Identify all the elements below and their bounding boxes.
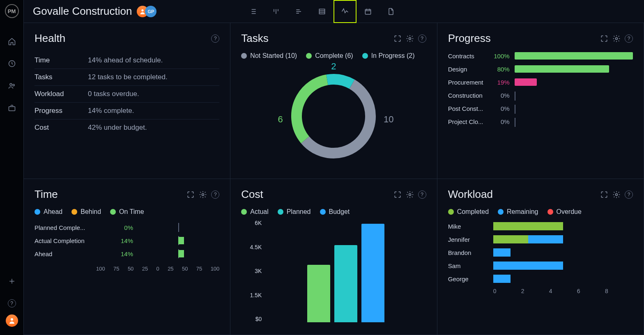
nav-add-icon[interactable] xyxy=(0,270,24,292)
view-gantt-icon[interactable] xyxy=(288,0,310,23)
time-label: Ahead xyxy=(34,250,113,257)
expand-icon[interactable] xyxy=(600,34,608,43)
panel-title: Time xyxy=(34,188,58,201)
cost-bar xyxy=(307,265,330,322)
axis-tick: 4 xyxy=(549,288,577,294)
member-avatar[interactable]: GP xyxy=(145,6,156,17)
legend-item: Overdue xyxy=(547,208,582,216)
progress-percent: 0% xyxy=(489,105,510,112)
time-percent: 14% xyxy=(113,250,133,257)
workload-bar xyxy=(493,222,633,230)
svg-point-15 xyxy=(616,193,618,195)
legend-label: Ahead xyxy=(44,208,62,216)
axis-tick: 4.5K xyxy=(250,244,262,250)
gear-icon[interactable] xyxy=(199,190,207,199)
view-switcher xyxy=(242,0,402,23)
progress-percent: 80% xyxy=(489,66,510,73)
legend-label: Complete (6) xyxy=(315,52,353,60)
time-bar xyxy=(137,250,219,257)
panel-title: Workload xyxy=(448,188,493,201)
help-icon[interactable]: ? xyxy=(625,34,633,43)
time-row: Actual Completion 14% xyxy=(34,237,219,244)
axis-tick: 6 xyxy=(577,288,605,294)
axis-tick: 75 xyxy=(196,266,202,272)
expand-icon[interactable] xyxy=(186,190,195,199)
progress-bar xyxy=(515,92,633,99)
health-row: Workload 0 tasks overdue. xyxy=(34,86,219,103)
gear-icon[interactable] xyxy=(406,190,414,199)
view-board-icon[interactable] xyxy=(264,0,288,23)
nav-help-icon[interactable]: ? xyxy=(0,292,24,314)
legend-label: Budget xyxy=(329,208,350,216)
svg-point-13 xyxy=(202,193,204,195)
workload-segment xyxy=(493,222,563,230)
help-icon[interactable]: ? xyxy=(418,190,426,199)
workload-segment xyxy=(493,248,511,257)
view-calendar-icon[interactable] xyxy=(356,0,380,23)
panel-cost: Cost ? Actual Planned Budget 6K xyxy=(230,179,437,335)
legend-dot xyxy=(71,209,77,215)
nav-team-icon[interactable] xyxy=(0,75,24,97)
expand-icon[interactable] xyxy=(393,190,402,199)
expand-icon[interactable] xyxy=(600,190,608,199)
progress-percent: 0% xyxy=(489,92,510,99)
gear-icon[interactable] xyxy=(406,34,414,43)
expand-icon[interactable] xyxy=(393,34,402,43)
app-logo[interactable]: PM xyxy=(5,4,19,18)
health-value: 14% complete. xyxy=(88,107,134,115)
progress-bar xyxy=(515,105,633,112)
top-bar: Govalle Construction GP xyxy=(24,0,644,23)
svg-point-12 xyxy=(616,37,618,39)
legend-item: Ahead xyxy=(34,208,62,216)
workload-label: Mike xyxy=(448,223,493,230)
view-files-icon[interactable] xyxy=(380,0,402,23)
health-value: 14% ahead of schedule. xyxy=(88,56,163,64)
axis-tick: 2 xyxy=(521,288,549,294)
gear-icon[interactable] xyxy=(612,190,621,199)
legend-label: Not Started (10) xyxy=(250,52,297,60)
legend-item: Behind xyxy=(71,208,101,216)
axis-tick: 25 xyxy=(168,266,173,272)
user-avatar[interactable] xyxy=(6,314,18,327)
nav-home-icon[interactable] xyxy=(0,30,24,53)
time-bar xyxy=(137,224,219,231)
view-dashboard-icon[interactable] xyxy=(334,0,356,23)
help-icon[interactable]: ? xyxy=(211,190,219,199)
legend-dot xyxy=(498,209,504,215)
gear-icon[interactable] xyxy=(612,34,621,43)
workload-segment xyxy=(528,235,563,243)
axis-tick: 1.5K xyxy=(250,292,262,298)
view-sheet-icon[interactable] xyxy=(310,0,334,23)
axis-tick: 25 xyxy=(142,266,148,272)
svg-point-4 xyxy=(11,318,13,321)
axis-tick: 100 xyxy=(96,266,105,272)
nav-briefcase-icon[interactable] xyxy=(0,97,24,119)
legend-item: Complete (6) xyxy=(306,52,353,60)
progress-bar xyxy=(515,65,633,73)
legend-label: Planned xyxy=(287,208,311,216)
panel-title: Tasks xyxy=(241,32,268,45)
cost-bar-chart: 6K4.5K3K1.5K$0 xyxy=(241,220,426,322)
health-value: 12 tasks to be completed. xyxy=(88,73,168,81)
progress-bar xyxy=(515,52,633,60)
project-members[interactable]: GP xyxy=(140,6,156,17)
axis-tick: 100 xyxy=(211,266,220,272)
legend-item: On Time xyxy=(110,208,144,216)
cost-bar xyxy=(361,224,384,322)
time-bar xyxy=(137,237,219,244)
svg-point-8 xyxy=(409,37,411,39)
progress-row: Project Clo... 0% xyxy=(448,118,633,125)
legend-label: On Time xyxy=(119,208,144,216)
legend-item: Budget xyxy=(320,208,350,216)
help-icon[interactable]: ? xyxy=(211,34,219,43)
left-sidebar: PM ? xyxy=(0,0,24,335)
workload-segment xyxy=(493,275,511,283)
time-label: Planned Comple... xyxy=(34,224,113,231)
legend-label: Overdue xyxy=(557,208,582,216)
help-icon[interactable]: ? xyxy=(625,190,633,199)
panel-title: Health xyxy=(34,32,65,45)
help-icon[interactable]: ? xyxy=(418,34,426,43)
legend-item: Completed xyxy=(448,208,489,216)
nav-clock-icon[interactable] xyxy=(0,53,24,75)
view-list-icon[interactable] xyxy=(242,0,264,23)
